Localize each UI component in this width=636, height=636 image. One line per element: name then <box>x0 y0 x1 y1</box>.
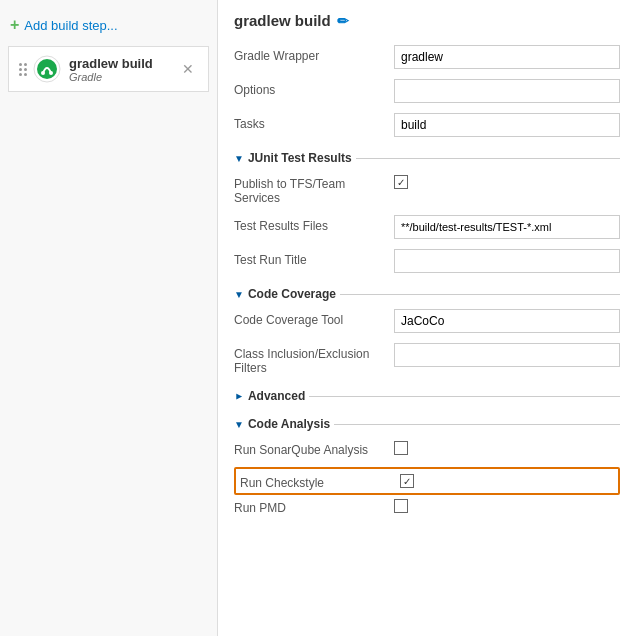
sonarqube-label: Run SonarQube Analysis <box>234 439 394 457</box>
gradle-icon <box>33 55 61 83</box>
code-coverage-tool-row: Code Coverage Tool <box>234 309 620 333</box>
build-item-info: gradlew build Gradle <box>69 56 178 83</box>
pmd-checkbox[interactable] <box>394 499 408 513</box>
gradle-wrapper-input[interactable] <box>394 45 620 69</box>
gradle-wrapper-label: Gradle Wrapper <box>234 45 394 63</box>
sonarqube-control <box>394 439 620 455</box>
test-run-title-input[interactable] <box>394 249 620 273</box>
advanced-section-line <box>309 396 620 397</box>
add-build-step-label: Add build step... <box>24 18 117 33</box>
tasks-control <box>394 113 620 137</box>
junit-collapse-icon: ▼ <box>234 153 244 164</box>
class-filters-input[interactable] <box>394 343 620 367</box>
code-coverage-section-label: Code Coverage <box>248 287 336 301</box>
gradle-wrapper-row: Gradle Wrapper <box>234 45 620 69</box>
options-control <box>394 79 620 103</box>
code-coverage-tool-control <box>394 309 620 333</box>
advanced-section-label: Advanced <box>248 389 305 403</box>
left-panel: + Add build step... gradlew build Gradle <box>0 0 218 636</box>
checkstyle-row: Run Checkstyle <box>234 467 620 495</box>
build-item[interactable]: gradlew build Gradle ✕ <box>8 46 209 92</box>
pmd-control <box>394 497 620 513</box>
build-item-type: Gradle <box>69 71 178 83</box>
sonarqube-checkbox[interactable] <box>394 441 408 455</box>
code-coverage-section-header[interactable]: ▼ Code Coverage <box>234 287 620 301</box>
options-label: Options <box>234 79 394 97</box>
junit-section-line <box>356 158 620 159</box>
options-row: Options <box>234 79 620 103</box>
advanced-collapse-icon: ▼ <box>233 391 244 401</box>
class-filters-control <box>394 343 620 367</box>
tasks-row: Tasks <box>234 113 620 137</box>
close-button[interactable]: ✕ <box>178 59 198 79</box>
code-coverage-tool-input[interactable] <box>394 309 620 333</box>
test-results-files-control <box>394 215 620 239</box>
options-input[interactable] <box>394 79 620 103</box>
tasks-input[interactable] <box>394 113 620 137</box>
class-filters-row: Class Inclusion/Exclusion Filters <box>234 343 620 375</box>
publish-tfs-label: Publish to TFS/Team Services <box>234 173 394 205</box>
junit-section-label: JUnit Test Results <box>248 151 352 165</box>
test-run-title-row: Test Run Title <box>234 249 620 273</box>
pmd-row: Run PMD <box>234 497 620 515</box>
svg-point-2 <box>41 71 45 75</box>
advanced-section-header[interactable]: ▼ Advanced <box>234 389 620 403</box>
checkstyle-label: Run Checkstyle <box>240 472 400 490</box>
panel-title-text: gradlew build <box>234 12 331 29</box>
tasks-label: Tasks <box>234 113 394 131</box>
code-coverage-collapse-icon: ▼ <box>234 289 244 300</box>
test-results-files-label: Test Results Files <box>234 215 394 233</box>
code-analysis-section-line <box>334 424 620 425</box>
publish-tfs-row: Publish to TFS/Team Services <box>234 173 620 205</box>
right-panel: gradlew build ✏ Gradle Wrapper Options T… <box>218 0 636 636</box>
publish-tfs-checkbox[interactable] <box>394 175 408 189</box>
code-analysis-collapse-icon: ▼ <box>234 419 244 430</box>
test-results-files-row: Test Results Files <box>234 215 620 239</box>
class-filters-label: Class Inclusion/Exclusion Filters <box>234 343 394 375</box>
code-coverage-tool-label: Code Coverage Tool <box>234 309 394 327</box>
plus-icon: + <box>10 16 19 34</box>
publish-tfs-control <box>394 173 620 189</box>
panel-title: gradlew build ✏ <box>234 12 620 29</box>
test-run-title-control <box>394 249 620 273</box>
code-analysis-section-label: Code Analysis <box>248 417 330 431</box>
pmd-label: Run PMD <box>234 497 394 515</box>
checkstyle-checkbox[interactable] <box>400 474 414 488</box>
junit-section-header[interactable]: ▼ JUnit Test Results <box>234 151 620 165</box>
code-coverage-section-line <box>340 294 620 295</box>
edit-icon[interactable]: ✏ <box>337 13 349 29</box>
checkstyle-control <box>400 472 614 488</box>
drag-handle <box>19 63 27 76</box>
test-run-title-label: Test Run Title <box>234 249 394 267</box>
svg-point-3 <box>49 71 53 75</box>
add-build-step-button[interactable]: + Add build step... <box>0 8 217 42</box>
code-analysis-section-header[interactable]: ▼ Code Analysis <box>234 417 620 431</box>
test-results-files-input[interactable] <box>394 215 620 239</box>
gradle-wrapper-control <box>394 45 620 69</box>
build-item-name: gradlew build <box>69 56 178 71</box>
sonarqube-row: Run SonarQube Analysis <box>234 439 620 457</box>
